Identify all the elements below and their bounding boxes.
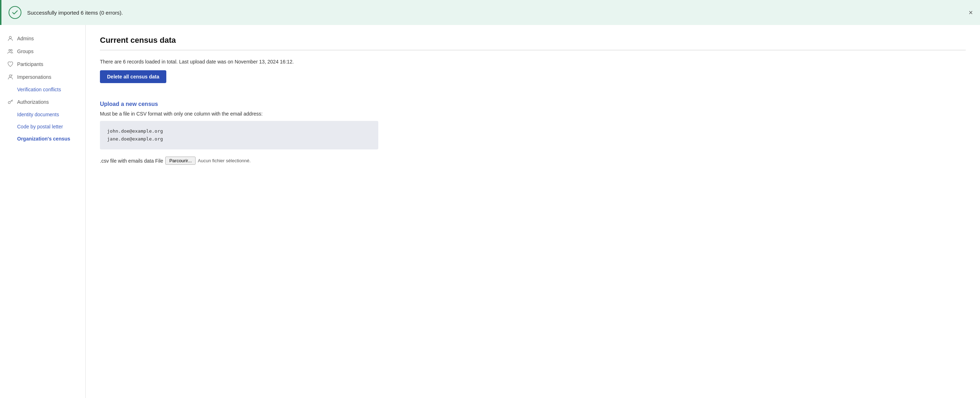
sidebar-item-code-by-postal-letter[interactable]: Code by postal letter <box>0 121 85 133</box>
main-content: Current census data There are 6 records … <box>86 25 980 398</box>
info-box: There are 6 records loaded in total. Las… <box>100 59 966 90</box>
svg-point-0 <box>9 36 11 38</box>
upload-section: Upload a new census Must be a file in CS… <box>100 101 966 165</box>
group-icon <box>7 48 14 55</box>
main-layout: Admins Groups Participants <box>0 25 980 398</box>
user-icon <box>7 35 14 42</box>
file-no-selected-text: Aucun fichier sélectionné. <box>198 158 251 163</box>
impersonate-icon <box>7 74 14 80</box>
sidebar-item-identity-documents-label: Identity documents <box>17 112 59 117</box>
banner-text: Successfully imported 6 items (0 errors)… <box>27 10 123 16</box>
sidebar-item-authorizations[interactable]: Authorizations <box>0 95 85 108</box>
upload-desc: Must be a file in CSV format with only o… <box>100 111 966 117</box>
sidebar-item-impersonations-label: Impersonations <box>17 74 51 80</box>
sidebar-item-code-by-postal-letter-label: Code by postal letter <box>17 124 63 130</box>
sidebar-item-admins-label: Admins <box>17 36 34 41</box>
divider <box>100 50 966 50</box>
success-banner: Successfully imported 6 items (0 errors)… <box>0 0 980 25</box>
file-browse-button[interactable]: Parcourir... <box>165 157 196 165</box>
heart-icon <box>7 61 14 67</box>
sidebar-item-admins[interactable]: Admins <box>0 32 85 45</box>
sidebar-item-participants-label: Participants <box>17 61 43 67</box>
delete-all-btn[interactable]: Delete all census data <box>100 70 166 83</box>
sidebar-item-groups-label: Groups <box>17 49 33 54</box>
file-input-row: .csv file with emails data File Parcouri… <box>100 157 966 165</box>
file-input-label: .csv file with emails data File <box>100 158 163 164</box>
sidebar-item-authorizations-label: Authorizations <box>17 99 49 105</box>
sidebar-item-organizations-census-label: Organization's census <box>17 136 70 141</box>
svg-point-4 <box>8 101 10 104</box>
svg-point-1 <box>9 49 11 51</box>
code-line-1: john.doe@example.org <box>107 127 371 135</box>
sidebar-item-groups[interactable]: Groups <box>0 45 85 58</box>
sidebar-item-participants[interactable]: Participants <box>0 58 85 71</box>
svg-point-2 <box>11 49 13 51</box>
code-block: john.doe@example.org jane.doe@example.or… <box>100 121 378 149</box>
close-button[interactable]: × <box>969 9 973 16</box>
sidebar-item-impersonations[interactable]: Impersonations <box>0 71 85 84</box>
upload-title: Upload a new census <box>100 101 966 107</box>
sidebar-item-verification-conflicts[interactable]: Verification conflicts <box>0 84 85 95</box>
code-line-2: jane.doe@example.org <box>107 135 371 143</box>
sidebar-item-identity-documents[interactable]: Identity documents <box>0 108 85 121</box>
sidebar: Admins Groups Participants <box>0 25 86 398</box>
svg-point-3 <box>9 75 11 77</box>
check-icon <box>9 6 21 19</box>
info-text: There are 6 records loaded in total. Las… <box>100 59 966 65</box>
key-icon <box>7 99 14 105</box>
sidebar-item-organizations-census[interactable]: Organization's census <box>0 133 85 145</box>
page-title: Current census data <box>100 36 966 45</box>
sidebar-item-verification-conflicts-label: Verification conflicts <box>17 87 61 92</box>
